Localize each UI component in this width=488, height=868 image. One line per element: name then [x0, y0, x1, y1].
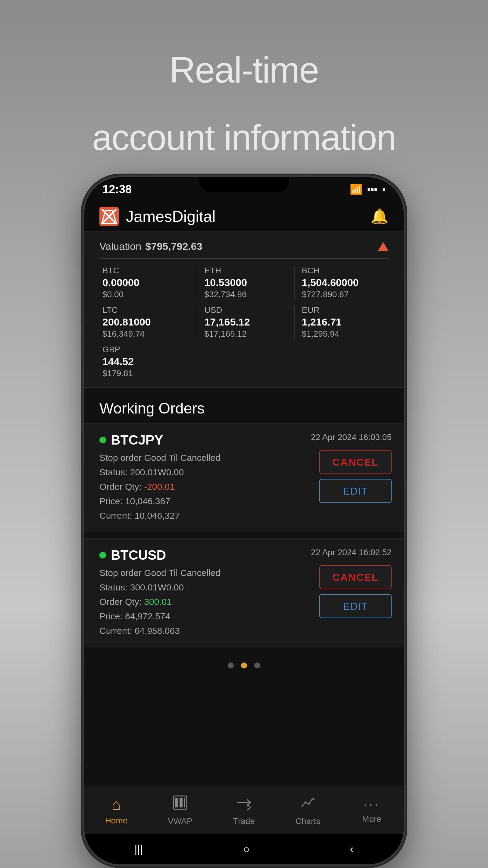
order-btcjpy-info: BTCJPY Stop order Good Til Cancelled Sta…	[99, 433, 305, 523]
svg-rect-7	[180, 798, 183, 807]
nav-vwap[interactable]: VWAP	[148, 795, 212, 826]
charts-icon	[300, 795, 316, 814]
currency-eth: ETH 10.53000 $32,734.96	[197, 266, 291, 299]
bottom-nav: ⌂ Home VWAP	[84, 786, 404, 834]
order-btcusd-edit-button[interactable]: EDIT	[319, 594, 392, 618]
pagination-dot-3[interactable]	[254, 662, 260, 669]
order-btcjpy-symbol-row: BTCJPY	[99, 433, 305, 447]
nav-vwap-label: VWAP	[168, 816, 192, 826]
svg-rect-6	[175, 798, 178, 807]
order-btcusd-timestamp: 22 Apr 2024 16:02:52	[311, 548, 392, 557]
vwap-icon	[172, 795, 188, 814]
app-logo	[99, 207, 119, 226]
more-icon: ···	[364, 797, 380, 812]
order-btcusd-price: Price: 64,972.574	[99, 609, 305, 624]
order-btcjpy-qty: Order Qty: -200.01	[99, 479, 305, 494]
valuation-section: Valuation $795,792.63 BTC 0.00000 $0.00	[84, 231, 404, 388]
valuation-amount: $795,792.63	[145, 241, 202, 252]
page-title-line1: Real-time	[92, 48, 396, 92]
nav-charts-label: Charts	[295, 816, 320, 826]
order-btcusd-actions: 22 Apr 2024 16:02:52 CANCEL EDIT	[311, 548, 392, 638]
order-btcjpy-status-dot	[99, 437, 106, 443]
order-btcjpy-current: Current: 10,046,327	[99, 508, 305, 523]
order-btcusd-info: BTCUSD Stop order Good Til Cancelled Sta…	[99, 548, 305, 638]
currency-ltc: LTC 200.81000 $16,349.74	[99, 305, 194, 339]
nav-charts[interactable]: Charts	[276, 795, 340, 826]
order-btcusd-symbol: BTCUSD	[111, 548, 166, 563]
system-back-button[interactable]: ‹	[350, 843, 354, 856]
working-orders-title: Working Orders	[84, 388, 404, 423]
nav-home-label: Home	[105, 816, 128, 826]
camera-notch	[199, 177, 289, 192]
order-btcusd-qty-value: 300.01	[144, 597, 172, 607]
signal-icon: ▪▪▪	[367, 184, 378, 195]
screen: 12:38 📶 ▪▪▪ ▪ JamesDigital 🔔	[84, 177, 404, 864]
page-title-line2: account information	[92, 116, 396, 159]
order-btcusd-symbol-row: BTCUSD	[99, 548, 305, 563]
order-btcjpy-timestamp: 22 Apr 2024 16:03:05	[311, 433, 392, 442]
order-btcjpy-price: Price: 10,046,367	[99, 494, 305, 508]
order-btcusd: BTCUSD Stop order Good Til Cancelled Sta…	[84, 538, 404, 647]
order-btcjpy-cancel-button[interactable]: CANCEL	[319, 450, 392, 474]
system-nav: ||| ○ ‹	[84, 834, 404, 864]
home-icon: ⌂	[111, 795, 121, 813]
order-btcusd-cancel-button[interactable]: CANCEL	[319, 565, 392, 589]
order-btcjpy: BTCJPY Stop order Good Til Cancelled Sta…	[84, 423, 404, 532]
nav-more-label: More	[362, 814, 381, 824]
trade-icon	[236, 795, 252, 814]
system-menu-button[interactable]: |||	[134, 843, 143, 856]
valuation-label-text: Valuation $795,792.63	[99, 241, 202, 252]
app-header: JamesDigital 🔔	[84, 201, 404, 231]
pagination-dots	[84, 653, 404, 678]
order-btcjpy-description: Stop order Good Til Cancelled	[99, 451, 305, 465]
order-btcusd-status-dot	[99, 552, 106, 558]
app-name: JamesDigital	[126, 207, 370, 225]
nav-more[interactable]: ··· More	[340, 797, 404, 824]
currency-eur: EUR 1,216.71 $1,295.94	[294, 305, 389, 339]
currency-usd: USD 17,165.12 $17,165.12	[197, 305, 291, 339]
order-btcjpy-edit-button[interactable]: EDIT	[319, 479, 392, 503]
working-orders-section: Working Orders BTCJPY Stop order Good Ti…	[84, 388, 404, 786]
currency-bch: BCH 1,504.60000 $727,890.87	[294, 266, 389, 299]
nav-trade-label: Trade	[233, 816, 255, 826]
currency-gbp: GBP 144.52 $179.81	[99, 345, 194, 378]
main-content: Valuation $795,792.63 BTC 0.00000 $0.00	[84, 231, 404, 864]
valuation-header: Valuation $795,792.63	[99, 241, 389, 252]
currency-grid: BTC 0.00000 $0.00 ETH 10.53000 $32,734.9…	[99, 266, 389, 381]
wifi-icon: 📶	[350, 183, 362, 195]
bell-icon[interactable]: 🔔	[370, 208, 389, 225]
order-btcjpy-symbol: BTCJPY	[111, 433, 163, 447]
order-btcusd-status: Status: 300.01W0.00	[99, 580, 305, 595]
currency-btc: BTC 0.00000 $0.00	[99, 266, 194, 299]
order-btcusd-current: Current: 64,958.063	[99, 624, 305, 638]
order-btcjpy-status: Status: 200.01W0.00	[99, 465, 305, 479]
pagination-dot-1[interactable]	[228, 662, 234, 669]
status-icons: 📶 ▪▪▪ ▪	[350, 183, 386, 195]
battery-icon: ▪	[382, 184, 386, 195]
order-btcusd-description: Stop order Good Til Cancelled	[99, 566, 305, 580]
collapse-icon[interactable]	[378, 242, 389, 251]
order-btcusd-qty: Order Qty: 300.01	[99, 595, 305, 609]
order-btcjpy-actions: 22 Apr 2024 16:03:05 CANCEL EDIT	[311, 433, 392, 523]
phone-shell: 12:38 📶 ▪▪▪ ▪ JamesDigital 🔔	[84, 177, 404, 864]
nav-trade[interactable]: Trade	[212, 795, 276, 826]
status-time: 12:38	[102, 183, 132, 196]
system-home-button[interactable]: ○	[243, 843, 250, 856]
svg-rect-8	[184, 798, 185, 807]
page-header: Real-time account information	[92, 24, 396, 159]
order-btcjpy-qty-value: -200.01	[144, 482, 175, 492]
pagination-dot-2[interactable]	[241, 662, 247, 669]
nav-home[interactable]: ⌂ Home	[84, 795, 148, 826]
